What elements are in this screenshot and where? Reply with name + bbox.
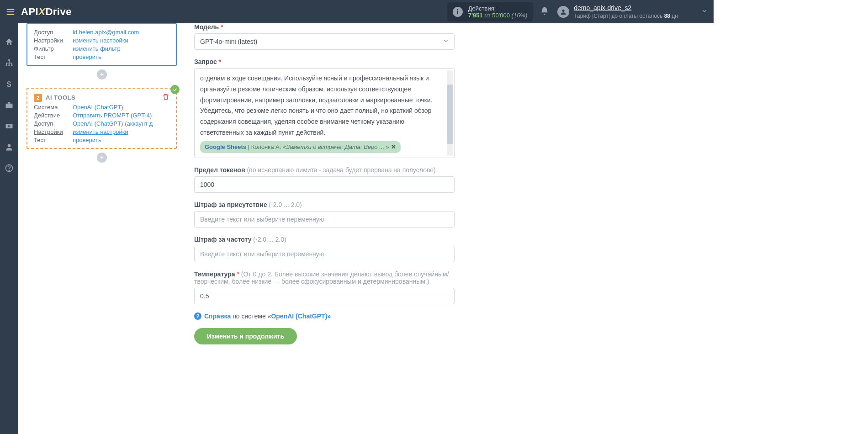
hamburger-icon[interactable] (5, 7, 16, 17)
svg-rect-4 (8, 59, 10, 61)
step2-test-label: Тест (34, 137, 73, 143)
sidebar-video-icon[interactable] (4, 121, 14, 131)
help-line: ? Справка по системе «OpenAI (ChatGPT)» (194, 312, 455, 320)
tariff-days: 88 (664, 13, 670, 19)
tokens-input[interactable] (194, 176, 455, 193)
actions-of: из (484, 12, 490, 19)
query-textarea[interactable]: отделам в ходе совещания. Используйте яс… (194, 68, 455, 158)
temp-input[interactable] (194, 288, 455, 304)
step2-box[interactable]: 2 AI TOOLS Система OpenAI (ChatGPT) Дейс… (26, 88, 177, 149)
tokens-label: Предел токенов (по исчерпанию лимита - з… (194, 166, 455, 174)
svg-point-14 (9, 170, 9, 170)
step2-test-value[interactable]: проверить (73, 137, 169, 143)
sidebar-home-icon[interactable] (4, 37, 14, 47)
model-select[interactable]: GPT-4o-mini (latest) (194, 33, 455, 50)
sidebar-help-icon[interactable] (4, 163, 14, 173)
svg-rect-6 (8, 64, 10, 66)
username: demo_apix-drive_s2 (574, 4, 631, 11)
step1-filter-label: Фильтр (34, 45, 73, 52)
help-mid: по системе « (231, 312, 271, 320)
step1-test-value[interactable]: проверить (73, 53, 169, 60)
query-text: отделам в ходе совещания. Используйте яс… (200, 73, 449, 138)
sidebar-connections-icon[interactable] (4, 58, 14, 68)
step1-access-label: Доступ (34, 29, 73, 36)
step2-access-label: Доступ (34, 120, 73, 127)
frequency-input[interactable] (194, 246, 455, 262)
tariff-suffix: дн (672, 13, 678, 19)
query-label: Запрос * (194, 58, 455, 65)
presence-label: Штраф за присутствие (-2.0 ... 2.0) (194, 201, 455, 208)
step1-test-label: Тест (34, 53, 73, 60)
step1-box[interactable]: Доступ ld.helen.apix@gmail.com Настройки… (26, 23, 177, 66)
step2-system-value[interactable]: OpenAI (ChatGPT) (73, 104, 169, 111)
svg-point-3 (562, 9, 565, 11)
logo[interactable]: APIXDrive (21, 6, 72, 18)
steps-panel: Доступ ld.helen.apix@gmail.com Настройки… (18, 23, 185, 359)
tag-remove-icon[interactable]: ✕ (391, 143, 396, 150)
actions-max: 50'000 (492, 12, 510, 19)
trash-icon[interactable] (162, 93, 169, 102)
bell-icon[interactable] (540, 6, 549, 17)
help-icon: ? (194, 312, 201, 320)
check-badge-icon (170, 85, 180, 94)
sidebar-billing-icon[interactable]: $ (4, 79, 14, 89)
svg-rect-7 (11, 64, 12, 66)
left-sidebar: $ (0, 23, 18, 359)
step2-action-label: Действие (34, 112, 73, 119)
info-icon: i (453, 7, 463, 17)
step1-settings-value[interactable]: изменить настройки (73, 37, 169, 44)
presence-input[interactable] (194, 211, 455, 228)
variable-tag[interactable]: Google Sheets | Колонка A: «Заметки о вс… (200, 141, 401, 153)
svg-rect-9 (6, 104, 13, 108)
model-label: Модель * (194, 23, 455, 31)
svg-point-12 (8, 144, 11, 147)
chevron-down-icon[interactable] (701, 7, 708, 16)
sidebar-user-icon[interactable] (4, 142, 14, 152)
sidebar-briefcase-icon[interactable] (4, 100, 14, 110)
step2-action-value[interactable]: Отправить PROMPT (GPT-4) (73, 112, 169, 119)
step1-access-value[interactable]: ld.helen.apix@gmail.com (73, 29, 169, 36)
tag-source: Google Sheets (205, 143, 246, 150)
step2-access-value[interactable]: OpenAI (ChatGPT) (аккаунт д (73, 120, 169, 127)
add-step-button[interactable] (97, 69, 107, 79)
scrollbar-thumb[interactable] (447, 85, 453, 144)
step2-settings-label: Настройки (34, 128, 73, 135)
user-menu[interactable]: demo_apix-drive_s2 Тариф |Старт| до опла… (557, 4, 708, 20)
tariff-prefix: Тариф |Старт| до оплаты осталось (574, 13, 662, 19)
step2-title: AI TOOLS (46, 94, 75, 101)
form-panel: Модель * GPT-4o-mini (latest) Запрос * о… (185, 23, 714, 359)
svg-text:$: $ (7, 80, 11, 89)
submit-button[interactable]: Изменить и продолжить (194, 328, 297, 344)
avatar-icon (557, 6, 569, 18)
tag-column: | Колонка A: (246, 143, 283, 150)
help-link[interactable]: OpenAI (ChatGPT)» (271, 312, 331, 320)
add-step-button-2[interactable] (97, 153, 107, 163)
step2-number: 2 (34, 94, 42, 102)
step2-settings-value[interactable]: изменить настройки (73, 128, 169, 135)
frequency-label: Штраф за частоту (-2.0 ... 2.0) (194, 236, 455, 243)
step1-settings-label: Настройки (34, 37, 73, 44)
svg-rect-5 (6, 64, 7, 66)
step2-system-label: Система (34, 104, 73, 111)
actions-count: 7'951 (468, 12, 483, 19)
actions-label: Действия: (468, 5, 496, 12)
tag-value: «Заметки о встрече: Дата: Веро ... » (283, 143, 389, 150)
step1-filter-value[interactable]: изменить фильтр (73, 45, 169, 52)
actions-counter[interactable]: i Действия: 7'951 из 50'000 (16%) (447, 2, 533, 21)
actions-pct: (16%) (512, 12, 528, 19)
temp-label: Температура * (От 0 до 2. Более высокие … (194, 270, 455, 285)
help-prefix[interactable]: Справка (204, 312, 231, 320)
top-header: APIXDrive i Действия: 7'951 из 50'000 (1… (0, 0, 714, 23)
